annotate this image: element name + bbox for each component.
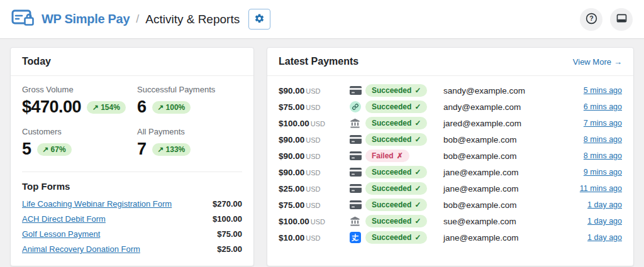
- payment-row: $90.00USD Failed✗ bob@example.com 8 mins…: [279, 148, 622, 164]
- dashboard-content: Today Gross Volume $470.00 ↗ 154% Succes…: [0, 39, 644, 267]
- status-badge: Succeeded✓: [365, 231, 427, 244]
- form-link[interactable]: Golf Lesson Payment: [22, 229, 100, 239]
- arrow-right-icon: →: [614, 57, 622, 67]
- today-card-header: Today: [11, 48, 253, 76]
- stat-block: All Payments 7 ↗ 133%: [137, 127, 242, 159]
- payment-time-link[interactable]: 1 day ago: [587, 233, 622, 242]
- stat-value: $470.00: [22, 97, 81, 117]
- status-badge: Succeeded✓: [365, 101, 427, 113]
- today-title: Today: [22, 56, 51, 67]
- top-form-row: Life Coaching Webinar Registration Form …: [22, 199, 242, 209]
- stat-value: 7: [137, 139, 147, 159]
- latest-payments-header: Latest Payments View More →: [267, 48, 633, 76]
- link-icon: [350, 101, 365, 112]
- status-mark-icon: ✓: [414, 217, 421, 226]
- form-amount: $270.00: [213, 199, 242, 209]
- form-amount: $75.00: [217, 229, 242, 239]
- trend-up-icon: ↗: [158, 145, 164, 154]
- form-link[interactable]: Animal Recovery Donation Form: [22, 244, 140, 254]
- help-icon: ?: [585, 12, 598, 27]
- stat-delta-badge: ↗ 133%: [152, 143, 191, 156]
- help-button[interactable]: ?: [580, 8, 602, 31]
- payment-email: bob@example.com: [443, 135, 584, 144]
- payment-email: jane@example.com: [443, 184, 580, 193]
- trend-up-icon: ↗: [43, 145, 49, 154]
- top-form-row: Golf Lesson Payment $75.00: [22, 229, 242, 239]
- brand-text: WP Simple Pay: [42, 12, 130, 26]
- payment-row: $90.00USD Succeeded✓ bob@example.com 8 m…: [279, 131, 622, 148]
- payment-email: jane@example.com: [443, 168, 584, 177]
- payment-amount: $75.00USD: [279, 200, 350, 210]
- payment-row: $10.00USD Succeeded✓ jane@example.com 1 …: [279, 229, 622, 246]
- payment-email: bob@example.com: [443, 151, 584, 161]
- payment-amount: $90.00USD: [279, 168, 350, 177]
- payment-email: andy@example.com: [443, 102, 584, 112]
- payment-time-link[interactable]: 8 mins ago: [584, 135, 622, 144]
- payment-amount: $75.00USD: [279, 102, 350, 112]
- payment-time-link[interactable]: 1 day ago: [587, 200, 622, 209]
- payment-amount: $90.00USD: [279, 151, 350, 161]
- top-forms-title: Top Forms: [22, 181, 242, 192]
- today-card: Today Gross Volume $470.00 ↗ 154% Succes…: [10, 47, 254, 266]
- status-badge: Succeeded✓: [365, 182, 427, 195]
- screen-icon: [615, 12, 628, 27]
- payment-row: $100.00USD Succeeded✓ jared@example.com …: [279, 115, 622, 131]
- top-bar: WP Simple Pay / Activity & Reports ?: [0, 0, 644, 39]
- payment-email: jane@example.com: [443, 233, 587, 242]
- card-icon: [350, 200, 365, 209]
- form-link[interactable]: ACH Direct Debit Form: [22, 214, 106, 224]
- gear-icon: [254, 13, 265, 26]
- top-form-row: ACH Direct Debit Form $100.00: [22, 214, 242, 224]
- status-mark-icon: ✓: [414, 184, 421, 193]
- payment-time-link[interactable]: 8 mins ago: [584, 151, 622, 160]
- form-amount: $100.00: [213, 214, 242, 224]
- payment-amount: $90.00USD: [279, 135, 350, 144]
- stat-delta-badge: ↗ 100%: [152, 101, 191, 114]
- bank-icon: [350, 216, 365, 227]
- payment-amount: $10.00USD: [279, 233, 350, 242]
- payment-row: $100.00USD Succeeded✓ sue@example.com 1 …: [279, 213, 622, 229]
- view-more-link[interactable]: View More →: [573, 57, 622, 67]
- stat-label: All Payments: [137, 127, 242, 136]
- stat-block: Successful Payments 6 ↗ 100%: [137, 85, 242, 117]
- payment-time-link[interactable]: 5 mins ago: [584, 86, 622, 95]
- trend-up-icon: ↗: [92, 103, 99, 112]
- status-mark-icon: ✓: [414, 102, 421, 111]
- status-badge: Succeeded✓: [365, 133, 427, 146]
- payment-email: sandy@example.com: [443, 86, 584, 95]
- stat-label: Customers: [22, 127, 137, 136]
- stat-block: Gross Volume $470.00 ↗ 154%: [22, 85, 137, 117]
- screen-options-button[interactable]: [610, 8, 633, 31]
- payment-amount: $100.00USD: [279, 217, 350, 226]
- payment-row: $75.00USD Succeeded✓ bob@example.com 1 d…: [279, 197, 622, 213]
- status-badge: Failed✗: [365, 150, 409, 162]
- card-icon: [350, 86, 365, 95]
- payment-time-link[interactable]: 7 mins ago: [584, 119, 622, 128]
- status-mark-icon: ✓: [414, 86, 421, 95]
- payment-row: $75.00USD Succeeded✓ andy@example.com 6 …: [279, 99, 622, 115]
- status-mark-icon: ✗: [397, 151, 403, 160]
- top-forms-section: Top Forms Life Coaching Webinar Registra…: [11, 172, 253, 266]
- card-icon: [350, 135, 365, 144]
- status-mark-icon: ✓: [414, 135, 421, 144]
- stat-block: Customers 5 ↗ 67%: [22, 127, 137, 159]
- status-mark-icon: ✓: [414, 119, 421, 128]
- today-stats: Gross Volume $470.00 ↗ 154% Successful P…: [11, 76, 253, 164]
- topbar-actions: ?: [580, 8, 633, 31]
- form-link[interactable]: Life Coaching Webinar Registration Form: [22, 199, 172, 209]
- status-badge: Succeeded✓: [365, 84, 427, 97]
- form-amount: $25.00: [217, 244, 242, 254]
- payment-time-link[interactable]: 11 mins ago: [580, 184, 622, 193]
- payment-time-link[interactable]: 6 mins ago: [584, 102, 622, 111]
- svg-text:?: ?: [589, 14, 593, 22]
- payment-amount: $100.00USD: [279, 119, 350, 128]
- status-badge: Succeeded✓: [365, 117, 427, 129]
- payment-row: $90.00USD Succeeded✓ jane@example.com 9 …: [279, 164, 622, 180]
- top-form-row: Animal Recovery Donation Form $25.00: [22, 244, 242, 254]
- payment-time-link[interactable]: 1 day ago: [587, 217, 622, 226]
- payment-time-link[interactable]: 9 mins ago: [584, 168, 622, 177]
- wp-simple-pay-logo-icon: [11, 9, 35, 30]
- alipay-icon: [350, 232, 365, 243]
- stat-delta-badge: ↗ 154%: [87, 101, 126, 114]
- settings-button[interactable]: [248, 9, 270, 30]
